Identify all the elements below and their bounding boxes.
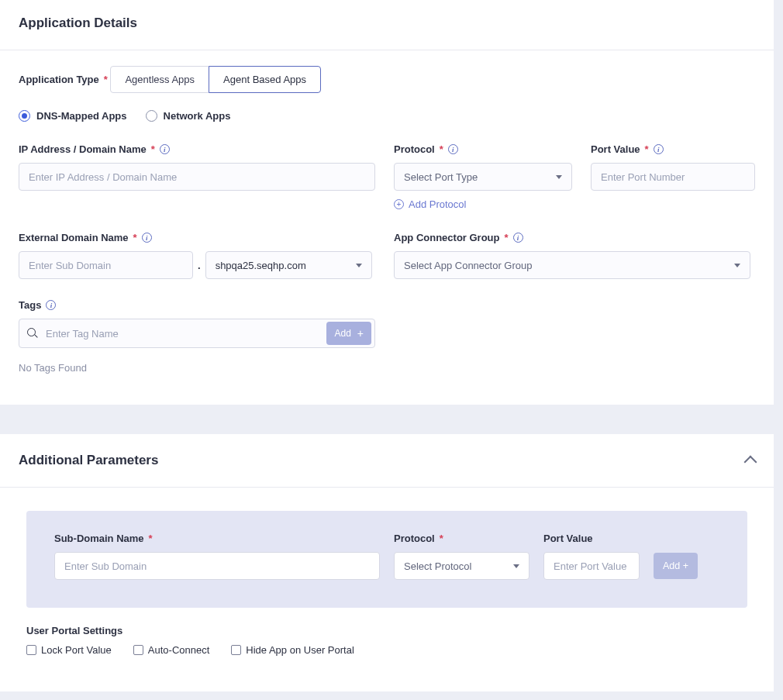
port-value-input-2[interactable]	[543, 552, 640, 580]
sub-domain-name-label: Sub-Domain Name *	[54, 533, 380, 544]
no-tags-text: No Tags Found	[19, 362, 375, 374]
info-icon[interactable]: i	[46, 300, 56, 310]
domain-select[interactable]: shpqa25.seqhp.com	[205, 251, 372, 279]
application-type-label: Application Type *	[19, 74, 108, 85]
auto-connect-checkbox[interactable]	[133, 645, 143, 655]
application-type-toggle: Agentless Apps Agent Based Apps	[110, 66, 321, 93]
port-value-input[interactable]	[591, 163, 755, 191]
info-icon[interactable]: i	[160, 144, 170, 154]
app-connector-group-label: App Connector Group * i	[394, 232, 755, 243]
chevron-down-icon	[513, 564, 519, 568]
port-value-label-2: Port Value	[543, 533, 640, 544]
port-value-label: Port Value* i	[591, 143, 755, 155]
external-domain-label: External Domain Name * i	[19, 232, 375, 243]
chevron-down-icon	[556, 175, 562, 179]
tags-label: Tags i	[19, 299, 56, 311]
agent-based-apps-button[interactable]: Agent Based Apps	[209, 66, 321, 93]
plus-circle-icon: +	[394, 199, 404, 209]
additional-parameters-header[interactable]: Additional Parameters	[0, 434, 774, 487]
sub-domain-name-input[interactable]	[54, 552, 380, 580]
add-sub-domain-button[interactable]: Add +	[654, 553, 698, 579]
sub-domain-input[interactable]	[19, 251, 193, 279]
lock-port-value-label: Lock Port Value	[41, 644, 112, 656]
add-protocol-link[interactable]: + Add Protocol	[394, 198, 572, 210]
hide-app-label: Hide App on User Portal	[246, 644, 354, 656]
hide-app-checkbox[interactable]	[231, 645, 241, 655]
protocol-label: Protocol * i	[394, 143, 572, 155]
ip-address-label: IP Address / Domain Name * i	[19, 143, 375, 155]
dns-mapped-apps-radio[interactable]: DNS-Mapped Apps	[19, 110, 127, 122]
dot-separator: .	[198, 260, 201, 271]
info-icon[interactable]: i	[513, 233, 523, 243]
chevron-up-icon	[744, 456, 757, 469]
protocol-select-2[interactable]: Select Protocol	[394, 552, 529, 580]
info-icon[interactable]: i	[142, 233, 152, 243]
auto-connect-label: Auto-Connect	[148, 644, 210, 656]
protocol-label-2: Protocol *	[394, 533, 529, 544]
info-icon[interactable]: i	[448, 144, 458, 154]
chevron-down-icon	[356, 264, 362, 267]
agentless-apps-button[interactable]: Agentless Apps	[110, 66, 209, 93]
network-apps-label: Network Apps	[164, 110, 231, 122]
lock-port-value-checkbox[interactable]	[26, 645, 36, 655]
protocol-select[interactable]: Select Port Type	[394, 163, 572, 191]
application-details-title: Application Details	[0, 0, 774, 50]
chevron-down-icon	[734, 264, 740, 267]
plus-icon: +	[357, 328, 364, 339]
user-portal-settings-title: User Portal Settings	[26, 625, 747, 636]
tags-input[interactable]	[44, 319, 320, 347]
app-connector-group-select[interactable]: Select App Connector Group	[394, 251, 750, 279]
additional-parameters-title: Additional Parameters	[19, 453, 158, 468]
network-apps-radio[interactable]: Network Apps	[146, 110, 231, 122]
ip-address-input[interactable]	[19, 163, 375, 191]
info-icon[interactable]: i	[654, 144, 664, 154]
dns-mapped-apps-label: DNS-Mapped Apps	[36, 110, 127, 122]
search-icon	[27, 328, 38, 339]
add-tag-button[interactable]: Add +	[326, 322, 371, 345]
